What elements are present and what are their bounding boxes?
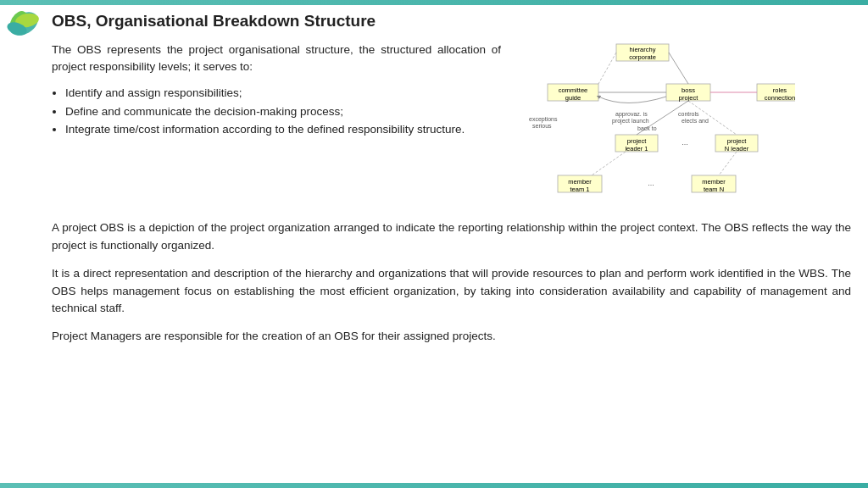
page-title: OBS, Organisational Breakdown Structure xyxy=(52,12,851,31)
intro-paragraph: The OBS represents the project organisat… xyxy=(52,42,501,76)
svg-text:controls: controls xyxy=(678,111,699,117)
svg-text:project: project xyxy=(627,137,647,145)
logo xyxy=(0,5,47,41)
svg-text:team 1: team 1 xyxy=(570,186,590,193)
svg-text:...: ... xyxy=(682,138,688,147)
left-column: The OBS represents the project organisat… xyxy=(52,42,501,211)
svg-text:roles: roles xyxy=(773,86,787,94)
bullet-item-2: Define and communicate the decision-maki… xyxy=(65,103,501,121)
svg-text:project launch: project launch xyxy=(612,118,649,125)
svg-text:exceptions: exceptions xyxy=(529,116,558,123)
svg-text:project: project xyxy=(679,94,698,102)
svg-text:back to: back to xyxy=(637,125,657,131)
svg-text:connection: connection xyxy=(765,94,795,102)
svg-text:N leader: N leader xyxy=(725,145,749,152)
svg-text:hierarchy: hierarchy xyxy=(630,46,656,53)
obs-diagram: hierarchy corporate committee guide boss… xyxy=(515,42,795,211)
bullet-item-3: Integrate time/cost information accordin… xyxy=(65,120,501,139)
svg-line-36 xyxy=(592,152,626,175)
two-column-layout: The OBS represents the project organisat… xyxy=(52,42,851,211)
svg-text:leader 1: leader 1 xyxy=(625,145,648,152)
bullet-list: Identify and assign responsibilities; De… xyxy=(65,84,501,139)
svg-text:approvaz. is: approvaz. is xyxy=(615,111,648,118)
svg-line-31 xyxy=(669,53,688,84)
svg-text:member: member xyxy=(568,178,592,186)
right-column-diagram: hierarchy corporate committee guide boss… xyxy=(511,42,799,211)
svg-text:corporate: corporate xyxy=(629,53,656,61)
bullet-item-1: Identify and assign responsibilities; xyxy=(65,84,501,103)
svg-text:boss: boss xyxy=(682,86,695,94)
body-paragraph-1: A project OBS is a depiction of the proj… xyxy=(52,219,851,255)
svg-text:committee: committee xyxy=(559,86,588,94)
svg-text:serious: serious xyxy=(532,123,552,129)
svg-text:member: member xyxy=(702,178,726,186)
svg-text:elects and: elects and xyxy=(682,118,709,124)
main-content: OBS, Organisational Breakdown Structure … xyxy=(47,5,868,483)
body-paragraph-3: Project Managers are responsible for the… xyxy=(52,328,851,346)
svg-text:...: ... xyxy=(648,179,654,187)
bottom-decorative-bar xyxy=(0,483,868,488)
svg-line-37 xyxy=(719,152,737,175)
svg-text:team N: team N xyxy=(704,186,724,193)
body-paragraph-2: It is a direct representation and descri… xyxy=(52,265,851,319)
svg-text:guide: guide xyxy=(565,94,581,102)
svg-line-30 xyxy=(598,53,616,84)
svg-text:project: project xyxy=(727,137,747,145)
